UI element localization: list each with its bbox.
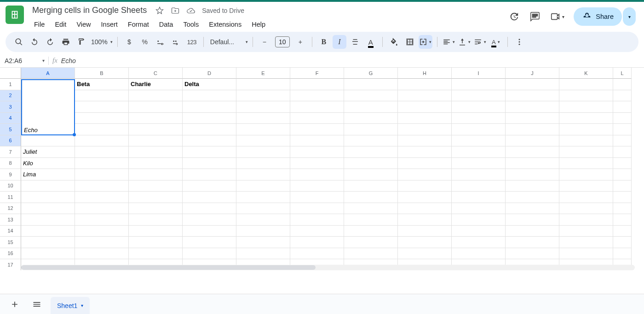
row-header-1[interactable]: 1 bbox=[0, 79, 21, 90]
menu-edit[interactable]: Edit bbox=[50, 19, 71, 30]
menu-view[interactable]: View bbox=[72, 19, 95, 30]
cell-E1[interactable] bbox=[236, 79, 290, 90]
increase-decimal-icon[interactable] bbox=[169, 35, 183, 49]
cell-L1[interactable] bbox=[613, 79, 632, 90]
currency-icon[interactable]: $ bbox=[122, 35, 136, 49]
percent-icon[interactable]: % bbox=[138, 35, 152, 49]
chevron-down-icon[interactable]: ▾ bbox=[81, 303, 83, 308]
col-header-G[interactable]: G bbox=[344, 68, 398, 79]
move-icon[interactable] bbox=[171, 6, 180, 15]
row-header-16[interactable]: 16 bbox=[0, 248, 21, 260]
bold-button[interactable]: B bbox=[317, 35, 331, 49]
comments-icon[interactable] bbox=[529, 11, 541, 23]
row-header-5[interactable]: 5 bbox=[0, 124, 21, 135]
row-header-9[interactable]: 9 bbox=[0, 169, 21, 180]
document-title[interactable]: Merging cells in Google Sheets bbox=[29, 5, 150, 16]
search-icon[interactable] bbox=[12, 35, 26, 49]
col-header-K[interactable]: K bbox=[559, 68, 613, 79]
menu-data[interactable]: Data bbox=[155, 19, 178, 30]
all-sheets-button[interactable] bbox=[29, 296, 45, 313]
add-sheet-button[interactable] bbox=[6, 296, 23, 313]
col-header-D[interactable]: D bbox=[183, 68, 236, 79]
undo-icon[interactable] bbox=[28, 35, 41, 49]
cell-K1[interactable] bbox=[559, 79, 613, 90]
row-header-11[interactable]: 11 bbox=[0, 192, 21, 203]
share-dropdown[interactable]: ▾ bbox=[623, 7, 636, 26]
name-box-dropdown[interactable]: ▾ bbox=[42, 58, 45, 63]
menu-file[interactable]: File bbox=[29, 19, 49, 30]
cell-F1[interactable] bbox=[290, 79, 344, 90]
col-header-I[interactable]: I bbox=[452, 68, 506, 79]
row-header-17[interactable]: 17 bbox=[0, 259, 21, 270]
row-header-6[interactable]: 6 bbox=[0, 135, 21, 147]
col-header-A[interactable]: A bbox=[21, 68, 75, 79]
merged-cell-A2-A6[interactable]: Echo bbox=[21, 79, 75, 136]
text-color-button[interactable]: A bbox=[364, 35, 378, 49]
cell-A9[interactable]: Lima bbox=[21, 169, 75, 180]
spreadsheet-grid[interactable]: A B C D E F G H I J K L 1 Alpha Beta Cha… bbox=[0, 68, 644, 270]
more-icon[interactable] bbox=[512, 35, 526, 49]
menu-insert[interactable]: Insert bbox=[97, 19, 122, 30]
cell-A8[interactable]: Kilo bbox=[21, 158, 75, 169]
cell-C1[interactable]: Charlie bbox=[129, 79, 183, 90]
font-dropdown[interactable]: Defaul... bbox=[208, 35, 248, 49]
cloud-saved-icon[interactable] bbox=[186, 6, 196, 15]
menu-tools[interactable]: Tools bbox=[178, 19, 203, 30]
row-header-13[interactable]: 13 bbox=[0, 214, 21, 226]
meet-button[interactable]: ▾ bbox=[550, 12, 564, 22]
scrollbar-thumb[interactable] bbox=[21, 265, 316, 270]
row-header-10[interactable]: 10 bbox=[0, 180, 21, 192]
decrease-font-icon[interactable]: − bbox=[258, 35, 271, 49]
cell-B1[interactable]: Beta bbox=[75, 79, 129, 90]
sheet-tab-1[interactable]: Sheet1 ▾ bbox=[51, 297, 90, 314]
vertical-align-button[interactable] bbox=[458, 35, 472, 49]
menu-help[interactable]: Help bbox=[247, 19, 270, 30]
horizontal-align-button[interactable] bbox=[442, 35, 456, 49]
row-header-15[interactable]: 15 bbox=[0, 237, 21, 248]
star-icon[interactable] bbox=[155, 6, 164, 15]
col-header-H[interactable]: H bbox=[398, 68, 452, 79]
font-size-input[interactable]: 10 bbox=[275, 36, 290, 47]
formula-bar[interactable]: Echo bbox=[61, 57, 76, 64]
cell-G1[interactable] bbox=[344, 79, 398, 90]
cell-H1[interactable] bbox=[398, 79, 452, 90]
italic-button[interactable]: I bbox=[333, 35, 346, 49]
cell-A7[interactable]: Juliet bbox=[21, 146, 75, 158]
strikethrough-button[interactable] bbox=[348, 35, 362, 49]
redo-icon[interactable] bbox=[43, 35, 57, 49]
row-header-7[interactable]: 7 bbox=[0, 146, 21, 158]
col-header-F[interactable]: F bbox=[290, 68, 344, 79]
col-header-L[interactable]: L bbox=[613, 68, 632, 79]
row-header-14[interactable]: 14 bbox=[0, 226, 21, 237]
merge-cells-button[interactable] bbox=[419, 35, 432, 49]
row-header-12[interactable]: 12 bbox=[0, 203, 21, 215]
row-header-8[interactable]: 8 bbox=[0, 158, 21, 169]
selection-handle[interactable] bbox=[73, 133, 76, 136]
text-rotation-button[interactable]: A bbox=[489, 35, 503, 49]
zoom-dropdown[interactable]: 100% bbox=[90, 35, 113, 49]
paint-format-icon[interactable] bbox=[75, 35, 88, 49]
col-header-J[interactable]: J bbox=[506, 68, 559, 79]
format-123-icon[interactable]: 123 bbox=[185, 35, 199, 49]
decrease-decimal-icon[interactable] bbox=[154, 35, 167, 49]
text-wrap-button[interactable] bbox=[473, 35, 487, 49]
col-header-B[interactable]: B bbox=[75, 68, 129, 79]
row-header-4[interactable]: 4 bbox=[0, 113, 21, 124]
fill-color-button[interactable] bbox=[387, 35, 401, 49]
horizontal-scrollbar[interactable] bbox=[21, 265, 635, 270]
name-box[interactable]: A2:A6 bbox=[2, 57, 39, 64]
history-icon[interactable] bbox=[508, 11, 520, 23]
borders-button[interactable] bbox=[403, 35, 417, 49]
row-header-2[interactable]: 2 bbox=[0, 90, 21, 102]
col-header-E[interactable]: E bbox=[236, 68, 290, 79]
select-all-corner[interactable] bbox=[0, 68, 21, 79]
cell-I1[interactable] bbox=[452, 79, 506, 90]
sheets-logo[interactable] bbox=[6, 6, 24, 24]
increase-font-icon[interactable]: + bbox=[293, 35, 307, 49]
menu-format[interactable]: Format bbox=[123, 19, 154, 30]
col-header-C[interactable]: C bbox=[129, 68, 183, 79]
share-button[interactable]: Share bbox=[574, 7, 622, 26]
menu-extensions[interactable]: Extensions bbox=[204, 19, 246, 30]
cell-J1[interactable] bbox=[506, 79, 559, 90]
print-icon[interactable] bbox=[59, 35, 73, 49]
